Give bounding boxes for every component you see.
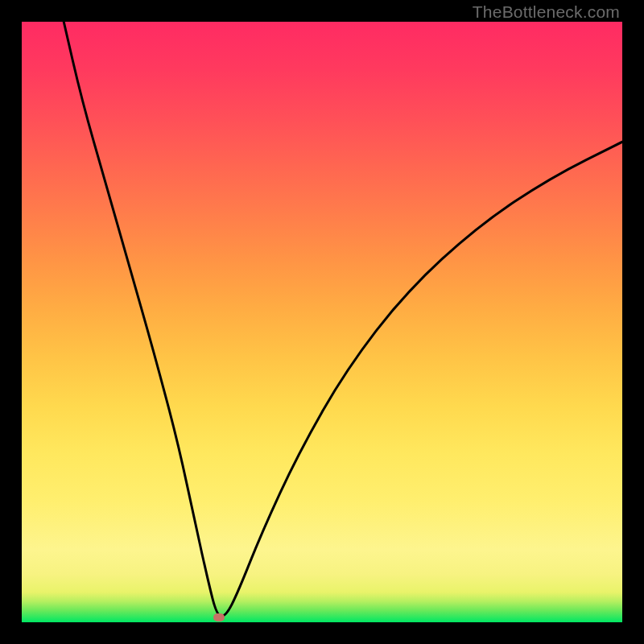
curve-svg (22, 22, 622, 622)
chart-frame: TheBottleneck.com (0, 0, 644, 644)
plot-area (22, 22, 622, 622)
watermark-text: TheBottleneck.com (473, 2, 620, 22)
min-point-marker (213, 613, 225, 621)
bottleneck-curve (64, 22, 622, 617)
